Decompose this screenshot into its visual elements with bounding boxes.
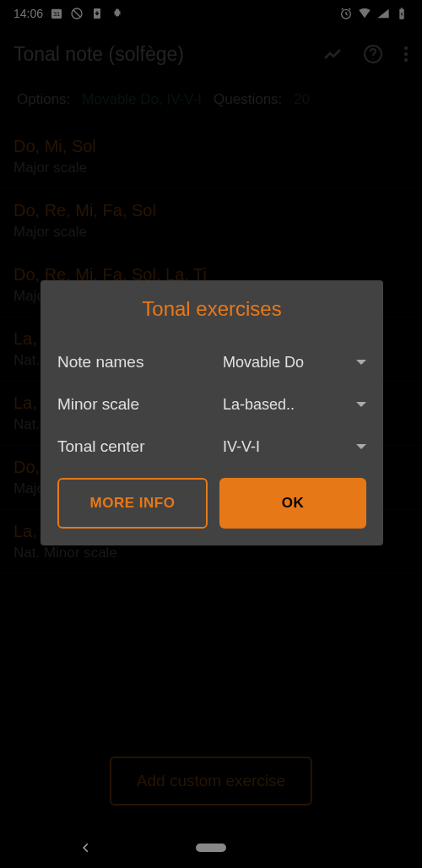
- note-names-value: Movable Do: [223, 354, 304, 372]
- minor-scale-value: La-based..: [223, 396, 295, 414]
- ok-button[interactable]: OK: [219, 478, 366, 529]
- chevron-down-icon: [356, 402, 366, 407]
- navigation-bar: [0, 827, 422, 868]
- tonal-center-value: IV-V-I: [223, 438, 260, 456]
- tonal-center-label: Tonal center: [57, 437, 223, 456]
- dialog-title: Tonal exercises: [41, 297, 383, 321]
- back-icon[interactable]: [80, 837, 92, 859]
- chevron-down-icon: [356, 360, 366, 365]
- minor-scale-label: Minor scale: [57, 395, 223, 414]
- tonal-exercises-dialog: Tonal exercises Note names Movable Do Mi…: [41, 280, 383, 545]
- more-info-button[interactable]: MORE INFO: [57, 478, 208, 529]
- tonal-center-row[interactable]: Tonal center IV-V-I: [41, 426, 383, 468]
- note-names-label: Note names: [57, 353, 223, 372]
- note-names-row[interactable]: Note names Movable Do: [41, 341, 383, 383]
- chevron-down-icon: [356, 444, 366, 449]
- minor-scale-row[interactable]: Minor scale La-based..: [41, 383, 383, 426]
- home-pill[interactable]: [196, 844, 226, 852]
